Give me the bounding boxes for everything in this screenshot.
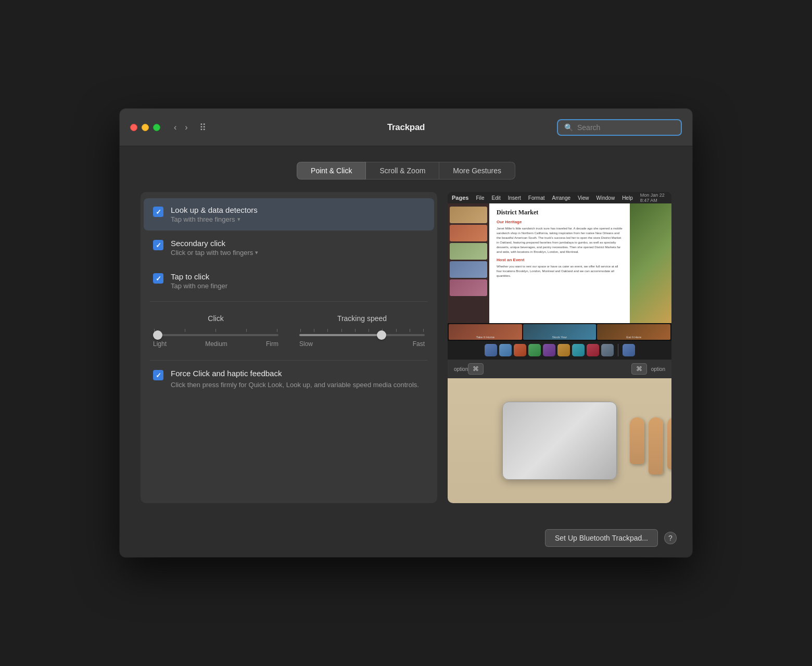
titlebar: ‹ › ⠿ Trackpad 🔍 [120,109,692,146]
click-slider-thumb[interactable] [153,330,162,340]
checkbox-look-up[interactable]: ✓ [153,207,163,217]
keyboard-bar: option ⌘ ⌘ option [448,360,671,378]
option-look-up[interactable]: ✓ Look up & data detectors Tap with thre… [144,198,434,230]
option-subtitle-look-up[interactable]: Tap with three fingers ▾ [171,215,258,223]
search-icon: 🔍 [564,123,573,132]
dock-separator [618,344,618,356]
click-slider-labels: Light Medium Firm [153,340,278,348]
option-secondary-click[interactable]: ✓ Secondary click Click or tap with two … [144,232,434,264]
mac-main-doc: District Market Our Heritage Janet Mille… [489,203,630,323]
option-label-look-up: Look up & data detectors [171,206,258,214]
option-label-tap-to-click: Tap to click [171,272,227,281]
dock-icon-10 [623,344,635,356]
mac-window-content: District Market Our Heritage Janet Mille… [448,203,671,323]
setup-bluetooth-button[interactable]: Set Up Bluetooth Trackpad... [545,529,658,547]
kbd-symbol-cmd-left: ⌘ [473,365,479,373]
option-subtitle-secondary-click[interactable]: Click or tap with two fingers ▾ [171,249,258,257]
option-text-tap-to-click: Tap to click Tap with one finger [171,272,227,290]
kbd-command-right: ⌘ [631,363,647,375]
traffic-lights [130,124,160,131]
click-slider-group: Click [153,314,278,348]
search-bar[interactable]: 🔍 [557,119,682,136]
option-text-look-up: Look up & data detectors Tap with three … [171,206,258,223]
maximize-button[interactable] [153,124,160,131]
tracking-slider-track[interactable] [299,334,425,336]
subtitle-text-look-up: Tap with three fingers [171,215,235,223]
mac-sidebar [448,203,489,323]
dock-icon-8 [587,344,599,356]
tick-3 [215,329,216,332]
kbd-command-left: ⌘ [468,363,484,375]
checkbox-secondary-click[interactable]: ✓ [153,240,163,250]
tick-t9 [410,329,410,332]
thumb-food-2: Stock Your [523,324,597,340]
window-title: Trackpad [387,122,425,133]
close-button[interactable] [130,124,137,131]
bottom-bar: Set Up Bluetooth Trackpad... ? [120,519,692,557]
search-input[interactable] [577,123,675,132]
option-label-secondary-click: Secondary click [171,239,258,248]
tick-marks-click [153,329,278,332]
tick-4 [246,329,247,332]
click-slider-track[interactable] [153,334,278,336]
left-panel: ✓ Look up & data detectors Tap with thre… [141,192,437,503]
thumb-food-1: Take It Home [449,324,522,340]
doc-subtitle: Our Heritage [497,220,623,224]
subtitle-text-secondary-click: Click or tap with two fingers [171,249,253,257]
dock-icon-4 [528,344,541,356]
tick-t8 [396,329,397,332]
tracking-slider-title: Tracking speed [299,314,425,323]
force-click-text: Force Click and haptic feedback Click th… [171,369,419,390]
tick-marks-tracking [299,329,425,332]
tab-scroll-zoom[interactable]: Scroll & Zoom [366,162,439,180]
mac-menubar-pages: Pages [452,195,468,201]
dock-icon-5 [543,344,555,356]
checkbox-force-click[interactable]: ✓ [153,370,163,380]
checkbox-tap-to-click[interactable]: ✓ [153,273,163,284]
thumb-1 [450,207,487,223]
force-click-description: Click then press firmly for Quick Look, … [171,380,419,390]
tabs: Point & Click Scroll & Zoom More Gesture… [141,162,671,180]
finger-1 [630,417,644,464]
checkmark-force-click: ✓ [156,372,161,379]
food-thumbnails-row: Take It Home Stock Your Eat It Here [448,323,671,341]
help-button[interactable]: ? [664,532,677,544]
trackpad-device [502,402,617,480]
tick-t10 [423,329,424,332]
thumb-3 [450,243,487,260]
back-arrow[interactable]: ‹ [171,121,180,134]
tab-more-gestures[interactable]: More Gestures [439,162,515,180]
option-tap-to-click[interactable]: ✓ Tap to click Tap with one finger [144,265,434,297]
tick-t6 [369,329,369,332]
click-label-light: Light [153,340,167,348]
mac-screenshot: Pages File Edit Insert Format Arrange Vi… [448,192,671,503]
tracking-label-fast: Fast [413,340,425,348]
checkmark-secondary-click: ✓ [156,242,161,249]
finger-3 [667,417,671,469]
forward-arrow[interactable]: › [182,121,191,134]
tracking-slider-thumb[interactable] [377,330,386,340]
finger-2 [649,417,663,475]
main-area: ✓ Look up & data detectors Tap with thre… [141,192,671,503]
option-text-secondary-click: Secondary click Click or tap with two fi… [171,239,258,257]
dock-icon-3 [514,344,526,356]
dock-icon-2 [499,344,512,356]
divider-1 [150,301,428,302]
trackpad-area [448,378,671,503]
tab-point-click[interactable]: Point & Click [297,162,366,180]
tick-t1 [300,329,301,332]
minimize-button[interactable] [142,124,149,131]
grid-icon[interactable]: ⠿ [199,122,206,133]
tick-t2 [314,329,314,332]
doc-body: Janet Miller's little sandwich truck sur… [497,226,623,254]
dock-icon-1 [485,344,497,356]
tracking-slider-labels: Slow Fast [299,340,425,348]
doc-title: District Market [497,209,623,216]
checkmark-look-up: ✓ [156,209,161,215]
mac-menubar-format: Format [528,195,545,201]
force-click-section[interactable]: ✓ Force Click and haptic feedback Click … [144,365,434,394]
click-slider-title: Click [153,314,278,323]
tracking-slider-group: Tracking speed [299,314,425,348]
force-click-label: Force Click and haptic feedback [171,369,419,378]
dock-icon-6 [557,344,570,356]
